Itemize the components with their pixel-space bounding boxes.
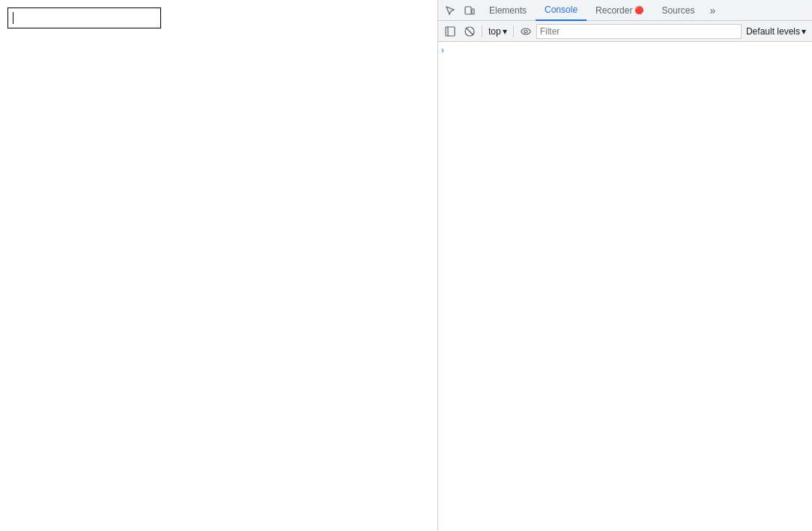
console-chevron[interactable]: › bbox=[441, 45, 444, 55]
inspect-element-button[interactable] bbox=[441, 1, 459, 19]
svg-point-7 bbox=[524, 30, 527, 33]
tab-elements[interactable]: Elements bbox=[480, 0, 536, 21]
default-levels-dropdown-icon: ▾ bbox=[802, 26, 806, 37]
tab-sources[interactable]: Sources bbox=[652, 0, 703, 21]
console-sidebar-button[interactable] bbox=[441, 22, 459, 40]
more-tabs-button[interactable]: » bbox=[703, 1, 721, 19]
webpage-area bbox=[0, 0, 437, 531]
tab-recorder[interactable]: Recorder 🔴 bbox=[587, 0, 652, 21]
console-settings-button[interactable] bbox=[517, 22, 535, 40]
devtools-tabs: Elements Console Recorder 🔴 Sources » bbox=[480, 0, 809, 21]
recorder-icon: 🔴 bbox=[634, 6, 643, 14]
toolbar-divider-2 bbox=[513, 25, 514, 37]
toolbar-divider-1 bbox=[482, 25, 482, 37]
default-levels-button[interactable]: Default levels ▾ bbox=[743, 24, 809, 39]
clear-console-button[interactable] bbox=[461, 22, 479, 40]
svg-rect-0 bbox=[465, 7, 471, 14]
console-content: › bbox=[438, 42, 812, 531]
devtools-top-toolbar: Elements Console Recorder 🔴 Sources » bbox=[438, 0, 812, 21]
tab-console[interactable]: Console bbox=[536, 0, 587, 21]
svg-rect-1 bbox=[472, 9, 474, 14]
context-selector[interactable]: top ▾ bbox=[485, 24, 510, 39]
devtools-panel: Elements Console Recorder 🔴 Sources » bbox=[437, 0, 812, 531]
context-dropdown-icon: ▾ bbox=[503, 26, 507, 37]
svg-point-6 bbox=[521, 28, 530, 34]
webpage-text-input[interactable] bbox=[7, 7, 161, 28]
console-prompt-row: › bbox=[438, 43, 812, 58]
text-cursor bbox=[13, 12, 13, 24]
svg-rect-2 bbox=[446, 27, 455, 36]
context-label: top bbox=[488, 26, 501, 37]
console-toolbar: top ▾ Default levels ▾ bbox=[438, 21, 812, 42]
device-toolbar-button[interactable] bbox=[461, 1, 479, 19]
console-filter-input[interactable] bbox=[536, 24, 742, 39]
default-levels-label: Default levels bbox=[746, 26, 800, 37]
svg-line-5 bbox=[466, 28, 473, 35]
